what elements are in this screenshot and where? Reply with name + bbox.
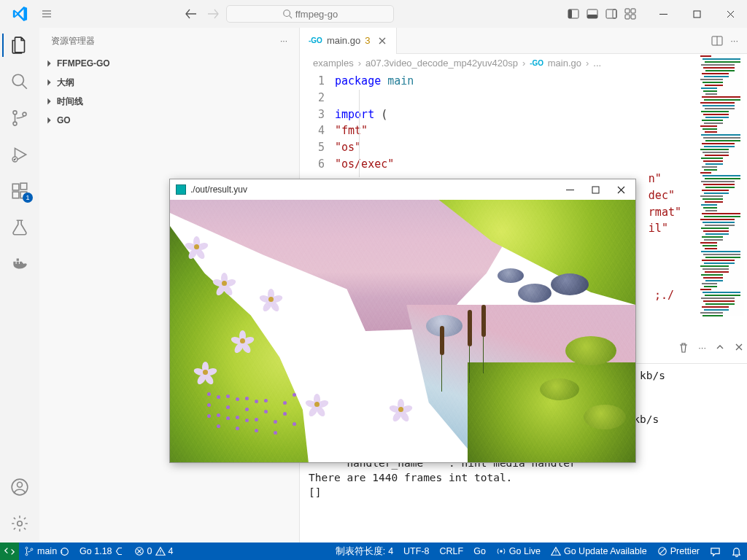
sidebar-section-project[interactable]: FFMPEG-GO	[39, 54, 299, 73]
nav-arrows	[185, 8, 219, 20]
layout-bottom-icon[interactable]	[587, 8, 598, 20]
svg-rect-5	[606, 9, 616, 18]
svg-rect-7	[625, 9, 630, 13]
status-go-version[interactable]: Go 1.18	[74, 546, 128, 556]
activity-settings-icon[interactable]	[2, 512, 37, 535]
tabbar: -GO main.go 3 ···	[300, 28, 747, 54]
editor-more-icon[interactable]: ···	[730, 35, 738, 47]
svg-rect-25	[592, 187, 599, 193]
yuv-video-frame	[170, 200, 635, 462]
status-go-update[interactable]: Go Update Available	[546, 546, 652, 556]
svg-rect-2	[568, 9, 572, 18]
status-remote-icon[interactable]	[0, 542, 19, 560]
activity-search-icon[interactable]	[2, 70, 37, 93]
status-golive[interactable]: Go Live	[491, 546, 546, 556]
menu-icon[interactable]	[32, 8, 61, 20]
svg-rect-20	[20, 183, 27, 190]
terminal-trash-icon[interactable]	[678, 342, 689, 357]
status-problems[interactable]: 0 4	[129, 546, 179, 556]
yuv-minimize-icon[interactable]	[566, 186, 574, 194]
nav-forward-icon	[207, 8, 219, 20]
tab-close-icon[interactable]	[377, 36, 387, 46]
terminal-more-icon[interactable]: ···	[698, 342, 706, 357]
layout-buttons	[568, 8, 636, 20]
panel-toolbar: ···	[678, 342, 744, 357]
terminal-up-icon[interactable]	[715, 342, 725, 357]
statusbar: main Go 1.18 0 4 制表符长度: 4 UTF-8 CRLF Go …	[0, 542, 747, 560]
tab-main-go[interactable]: -GO main.go 3	[300, 28, 397, 54]
go-file-icon: -GO	[309, 36, 322, 44]
titlebar-search[interactable]: ffmpeg-go	[226, 5, 394, 23]
code-path-hint: ;./	[654, 289, 674, 302]
svg-point-12	[12, 74, 23, 85]
layout-custom-icon[interactable]	[624, 8, 636, 20]
svg-rect-9	[625, 15, 630, 19]
window-controls	[646, 0, 747, 28]
sidebar-more-icon[interactable]: ···	[280, 36, 287, 46]
vscode-icon	[7, 1, 32, 26]
split-editor-icon[interactable]	[711, 35, 723, 47]
activity-docker-icon[interactable]	[2, 252, 37, 276]
svg-point-15	[23, 112, 26, 116]
svg-rect-17	[12, 184, 19, 190]
svg-rect-11	[694, 11, 700, 18]
sidebar-section-timeline[interactable]: 时间线	[39, 92, 299, 111]
svg-point-0	[284, 10, 290, 17]
yuv-maximize-icon[interactable]	[592, 186, 600, 194]
activity-run-icon[interactable]	[2, 143, 37, 166]
activity-account-icon[interactable]	[2, 475, 37, 499]
svg-rect-6	[613, 9, 616, 18]
svg-point-23	[18, 521, 23, 526]
activity-scm-icon[interactable]	[2, 106, 37, 130]
svg-point-27	[26, 553, 28, 556]
status-prettier[interactable]: Prettier	[652, 546, 705, 556]
status-tabsize[interactable]: 制表符长度: 4	[330, 545, 398, 558]
tab-name: main.go	[327, 35, 360, 46]
code-editor[interactable]: 123456 package main import ( "fmt" "os" …	[300, 71, 747, 173]
sidebar-section-outline[interactable]: 大纲	[39, 73, 299, 92]
terminal-close-icon[interactable]	[734, 342, 744, 357]
svg-point-30	[500, 550, 503, 553]
activity-explorer-icon[interactable]	[2, 34, 37, 57]
yuv-titlebar[interactable]: ./out/result.yuv	[170, 179, 635, 200]
sidebar-header: 资源管理器 ···	[39, 28, 299, 54]
breadcrumbs[interactable]: examples› a07.3video_decode_mp42yuv420sp…	[300, 54, 747, 71]
sidebar-section-go[interactable]: GO	[39, 111, 299, 130]
activity-extensions-icon[interactable]: 1	[2, 179, 37, 203]
layout-left-icon[interactable]	[568, 8, 579, 20]
minimap[interactable]	[700, 54, 744, 316]
titlebar-search-text: ffmpeg-go	[295, 9, 338, 20]
extensions-badge: 1	[23, 192, 33, 203]
yuv-title: ./out/result.yuv	[190, 184, 247, 195]
status-eol[interactable]: CRLF	[435, 546, 469, 556]
yuv-app-icon	[176, 184, 186, 195]
activity-bar: 1	[0, 28, 39, 542]
status-encoding[interactable]: UTF-8	[398, 546, 434, 556]
activity-testing-icon[interactable]	[2, 216, 37, 239]
status-feedback-icon[interactable]	[705, 546, 726, 557]
svg-point-13	[13, 111, 17, 114]
close-icon[interactable]	[713, 0, 747, 28]
svg-point-22	[18, 482, 23, 487]
code-part-behind: n" dec" rmat" il"	[649, 171, 681, 237]
svg-point-26	[26, 547, 28, 549]
sidebar-title: 资源管理器	[51, 35, 95, 47]
yuv-player-window[interactable]: ./out/result.yuv	[169, 179, 636, 463]
svg-rect-18	[12, 192, 19, 198]
yuv-close-icon[interactable]	[617, 186, 625, 194]
status-bell-icon[interactable]	[726, 546, 747, 557]
layout-right-icon[interactable]	[605, 8, 617, 20]
maximize-icon[interactable]	[680, 0, 713, 28]
svg-rect-8	[631, 9, 635, 13]
titlebar: ffmpeg-go	[0, 0, 747, 28]
status-lang[interactable]: Go	[468, 546, 491, 556]
nav-back-icon[interactable]	[185, 8, 197, 20]
minimize-icon[interactable]	[646, 0, 680, 28]
svg-rect-4	[587, 15, 597, 18]
svg-point-14	[13, 122, 17, 125]
svg-rect-10	[631, 15, 635, 19]
tab-modified-count: 3	[365, 35, 370, 46]
status-branch[interactable]: main	[19, 546, 74, 556]
